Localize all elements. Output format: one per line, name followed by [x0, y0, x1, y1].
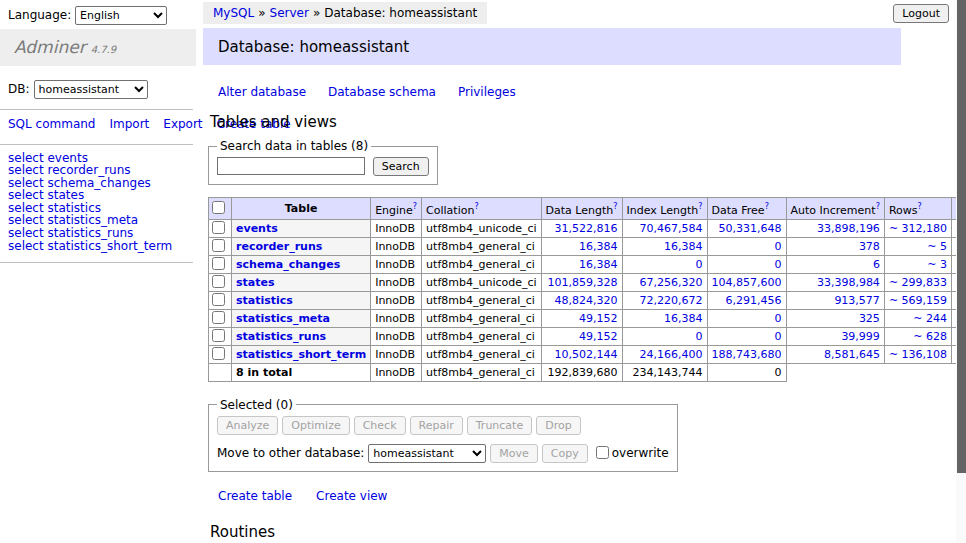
data-free-link[interactable]: 50,331,648: [719, 222, 782, 235]
repair-button[interactable]: Repair: [410, 416, 463, 435]
drop-button[interactable]: Drop: [536, 416, 580, 435]
row-checkbox[interactable]: [212, 329, 225, 342]
index-length-link[interactable]: 67,256,320: [640, 276, 703, 289]
row-checkbox[interactable]: [212, 239, 225, 252]
copy-button[interactable]: Copy: [542, 444, 588, 463]
optimize-button[interactable]: Optimize: [282, 416, 349, 435]
data-length-link[interactable]: 101,859,328: [548, 276, 618, 289]
data-length-link[interactable]: 16,384: [579, 240, 618, 253]
row-checkbox[interactable]: [212, 347, 225, 360]
rows-link[interactable]: ~ 5: [927, 240, 947, 253]
help-link[interactable]: ?: [917, 202, 921, 211]
row-checkbox[interactable]: [212, 293, 225, 306]
index-length-link[interactable]: 70,467,584: [640, 222, 703, 235]
index-length-cell: 16,384: [622, 237, 707, 255]
index-length-link[interactable]: 16,384: [664, 240, 703, 253]
move-db-select[interactable]: homeassistant: [368, 444, 486, 463]
table-name-link[interactable]: statistics_short_term: [236, 348, 366, 361]
data-free-link[interactable]: 6,291,456: [726, 294, 782, 307]
alter-database-link[interactable]: Alter database: [218, 85, 306, 99]
index-length-link[interactable]: 24,166,400: [640, 348, 703, 361]
rows-cell: ~ 312,180: [884, 219, 951, 237]
table-name-link[interactable]: statistics_runs: [236, 330, 326, 343]
select-all-checkbox[interactable]: [212, 201, 225, 214]
table-name-link[interactable]: recorder_runs: [236, 240, 322, 253]
help-link[interactable]: ?: [765, 202, 769, 211]
search-input[interactable]: [217, 157, 365, 175]
data-length-cell: 49,152: [541, 327, 622, 345]
data-free-link[interactable]: 104,857,600: [712, 276, 782, 289]
index-length-link[interactable]: 16,384: [664, 312, 703, 325]
search-button[interactable]: Search: [373, 157, 429, 176]
auto-increment-link[interactable]: 39,999: [841, 330, 880, 343]
auto-increment-link[interactable]: 378: [859, 240, 880, 253]
data-free-link[interactable]: 0: [775, 240, 782, 253]
row-checkbox[interactable]: [212, 221, 225, 234]
rows-link[interactable]: ~ 3: [927, 258, 947, 271]
data-free-link[interactable]: 188,743,680: [712, 348, 782, 361]
create-table-link[interactable]: Create table: [218, 489, 292, 503]
auto-increment-link[interactable]: 8,581,645: [824, 348, 880, 361]
collation-cell: utf8mb4_general_ci: [422, 345, 541, 363]
data-free-link[interactable]: 0: [775, 258, 782, 271]
auto-increment-link[interactable]: 913,577: [834, 294, 880, 307]
scrollbar-thumb[interactable]: [957, 0, 966, 473]
index-length-link[interactable]: 0: [696, 330, 703, 343]
row-checkbox[interactable]: [212, 275, 225, 288]
help-link[interactable]: ?: [876, 202, 880, 211]
data-free-link[interactable]: 0: [775, 330, 782, 343]
analyze-button[interactable]: Analyze: [217, 416, 278, 435]
data-length-link[interactable]: 49,152: [579, 312, 618, 325]
sidebar-link-import[interactable]: Import: [109, 117, 149, 131]
row-checkbox-cell: [209, 255, 232, 273]
create-view-link[interactable]: Create view: [316, 489, 387, 503]
data-length-link[interactable]: 48,824,320: [555, 294, 618, 307]
truncate-button[interactable]: Truncate: [467, 416, 532, 435]
rows-link[interactable]: ~ 569,159: [889, 294, 947, 307]
breadcrumb-link-mysql[interactable]: MySQL: [213, 6, 254, 20]
column-header-data-length: Data Length?: [541, 198, 622, 220]
data-length-link[interactable]: 16,384: [579, 258, 618, 271]
help-link[interactable]: ?: [413, 202, 417, 211]
rows-link[interactable]: ~ 299,833: [889, 276, 947, 289]
index-length-link[interactable]: 72,220,672: [640, 294, 703, 307]
db-select[interactable]: homeassistant: [34, 80, 148, 99]
help-link[interactable]: ?: [474, 202, 478, 211]
breadcrumb-link-server[interactable]: Server: [270, 6, 309, 20]
sidebar-table-link[interactable]: statistics_short_term: [47, 239, 172, 253]
table-name-link[interactable]: states: [236, 276, 275, 289]
auto-increment-link[interactable]: 6: [873, 258, 880, 271]
collation-cell: utf8mb4_unicode_ci: [422, 219, 541, 237]
row-checkbox[interactable]: [212, 311, 225, 324]
database-schema-link[interactable]: Database schema: [328, 85, 436, 99]
data-length-link[interactable]: 10,502,144: [555, 348, 618, 361]
data-free-link[interactable]: 0: [775, 312, 782, 325]
rows-link[interactable]: ~ 628: [913, 330, 947, 343]
table-name-link[interactable]: statistics_meta: [236, 312, 330, 325]
rows-link[interactable]: ~ 312,180: [889, 222, 947, 235]
help-link[interactable]: ?: [698, 202, 702, 211]
table-name-cell: recorder_runs: [232, 237, 371, 255]
help-link[interactable]: ?: [613, 202, 617, 211]
row-checkbox[interactable]: [212, 257, 225, 270]
sidebar-link-export[interactable]: Export: [163, 117, 202, 131]
select-table-link[interactable]: select: [8, 239, 44, 253]
language-select[interactable]: English: [75, 6, 167, 25]
table-name-link[interactable]: schema_changes: [236, 258, 340, 271]
privileges-link[interactable]: Privileges: [458, 85, 516, 99]
move-button[interactable]: Move: [490, 444, 538, 463]
sidebar-link-sql-command[interactable]: SQL command: [8, 117, 95, 131]
rows-link[interactable]: ~ 244: [913, 312, 947, 325]
table-name-link[interactable]: events: [236, 222, 278, 235]
auto-increment-link[interactable]: 33,898,196: [817, 222, 880, 235]
auto-increment-link[interactable]: 33,398,984: [817, 276, 880, 289]
check-button[interactable]: Check: [354, 416, 406, 435]
data-length-link[interactable]: 31,522,816: [555, 222, 618, 235]
data-length-link[interactable]: 49,152: [579, 330, 618, 343]
index-length-link[interactable]: 0: [696, 258, 703, 271]
logout-button[interactable]: Logout: [893, 4, 949, 23]
table-name-link[interactable]: statistics: [236, 294, 293, 307]
auto-increment-link[interactable]: 325: [859, 312, 880, 325]
rows-link[interactable]: ~ 136,108: [889, 348, 947, 361]
overwrite-checkbox[interactable]: [596, 446, 609, 459]
